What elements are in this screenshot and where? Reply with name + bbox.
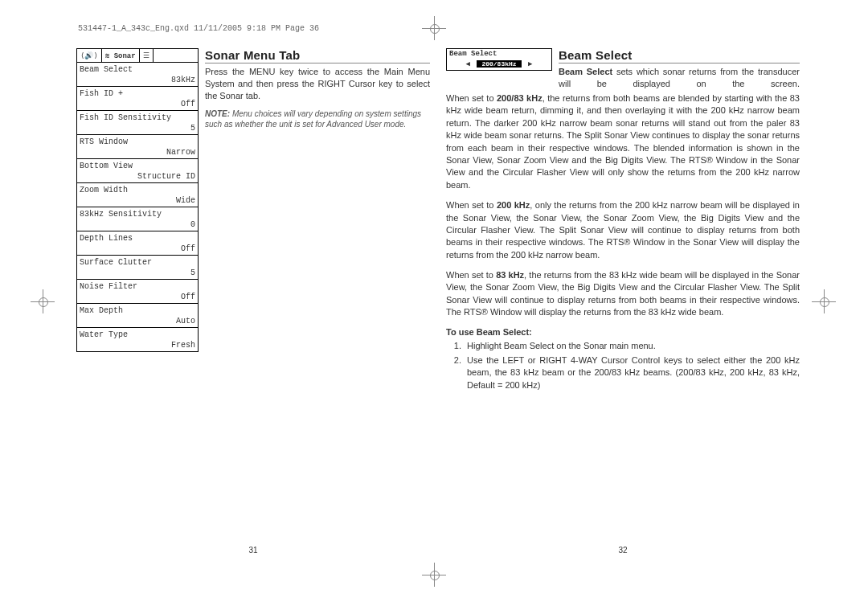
page-number-right: 32: [446, 546, 800, 555]
para-83: When set to 83 kHz, the returns from the…: [446, 269, 800, 319]
beam-box-value: ◀ 200/83kHz ▶: [447, 59, 551, 70]
menu-row-fish-id: Fish ID +Off: [77, 87, 198, 111]
step-2: Use the LEFT or RIGHT 4-WAY Cursor Contr…: [464, 354, 800, 391]
beam-select-screenshot: Beam Select ◀ 200/83kHz ▶: [446, 48, 552, 71]
menu-row-surface-clutter: Surface Clutter5: [77, 256, 198, 280]
steps-list: Highlight Beam Select on the Sonar main …: [446, 340, 800, 392]
page-number-left: 31: [76, 546, 430, 555]
menu-row-noise-filter: Noise FilterOff: [77, 280, 198, 304]
beam-select-intro: Beam Select sets which sonar returns fro…: [559, 66, 800, 90]
sonar-tab-bar: ⟨🔊⟩ ≋ Sonar ☰: [77, 49, 198, 63]
file-slug: 531447-1_A_343c_Eng.qxd 11/11/2005 9:18 …: [78, 24, 319, 33]
page-right: Beam Select ◀ 200/83kHz ▶ Beam Select Be…: [446, 48, 800, 555]
para-200-83: When set to 200/83 kHz, the returns from…: [446, 92, 800, 191]
menu-row-83khz-sens: 83kHz Sensitivity0: [77, 207, 198, 231]
menu-row-water-type: Water TypeFresh: [77, 328, 198, 351]
tab-alarms: ⟨🔊⟩: [77, 49, 102, 62]
sonar-menu-screenshot: ⟨🔊⟩ ≋ Sonar ☰ Beam Select83kHz Fish ID +…: [76, 48, 199, 352]
tab-sonar: ≋ Sonar: [102, 49, 140, 62]
step-1: Highlight Beam Select on the Sonar main …: [464, 340, 800, 352]
tab-setup: ☰: [140, 49, 154, 62]
crop-mark-bottom: [422, 563, 446, 587]
heading-sonar-menu-tab: Sonar Menu Tab: [205, 48, 430, 63]
note-text: NOTE: Menu choices will vary depending o…: [205, 109, 430, 129]
menu-row-max-depth: Max DepthAuto: [77, 304, 198, 328]
crop-mark-left: [31, 289, 55, 313]
menu-row-bottom-view: Bottom ViewStructure ID: [77, 159, 198, 183]
beam-box-title: Beam Select: [447, 49, 551, 59]
menu-row-rts: RTS WindowNarrow: [77, 135, 198, 159]
para-200: When set to 200 kHz, only the returns fr…: [446, 199, 800, 261]
crop-mark-top: [422, 16, 446, 40]
crop-mark-right: [812, 289, 836, 313]
arrow-left-icon: ◀: [464, 60, 473, 68]
menu-row-zoom-width: Zoom WidthWide: [77, 183, 198, 207]
menu-row-beam-select: Beam Select83kHz: [77, 63, 198, 87]
page-left: ⟨🔊⟩ ≋ Sonar ☰ Beam Select83kHz Fish ID +…: [76, 48, 430, 555]
body-sonar-menu: Press the MENU key twice to access the M…: [205, 66, 430, 102]
menu-row-fish-id-sens: Fish ID Sensitivity5: [77, 111, 198, 135]
sub-head-to-use: To use Beam Select:: [446, 327, 800, 337]
menu-row-depth-lines: Depth LinesOff: [77, 231, 198, 256]
arrow-right-icon: ▶: [526, 60, 534, 68]
heading-beam-select: Beam Select: [559, 48, 800, 63]
